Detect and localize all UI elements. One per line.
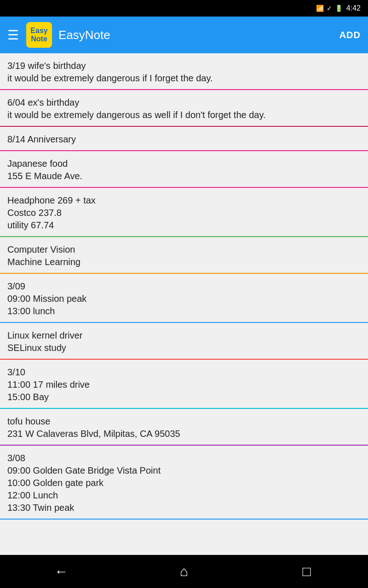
list-item[interactable]: 3/19 wife's birthday it would be extreme…	[0, 53, 368, 90]
back-button[interactable]: ←	[43, 560, 80, 583]
note-text: 8/14 Anniversary	[7, 133, 361, 146]
list-item[interactable]: Headphone 269 + tax Costco 237.8 utility…	[0, 188, 368, 237]
note-text: Computer Vision Machine Learning	[7, 243, 361, 268]
toolbar: ☰ EasyNote EasyNote ADD	[0, 17, 368, 53]
list-item[interactable]: Computer Vision Machine Learning	[0, 237, 368, 274]
list-item[interactable]: tofu house 231 W Calaveras Blvd, Milpita…	[0, 409, 368, 446]
note-text: tofu house 231 W Calaveras Blvd, Milpita…	[7, 415, 361, 440]
signal-icon: ✓	[327, 5, 332, 12]
note-text: 3/09 09:00 Mission peak 13:00 lunch	[7, 280, 361, 317]
note-text: Japanese food 155 E Maude Ave.	[7, 158, 361, 182]
menu-button[interactable]: ☰	[7, 28, 19, 43]
list-item[interactable]: 3/09 09:00 Mission peak 13:00 lunch	[0, 274, 368, 323]
list-item[interactable]: 3/08 09:00 Golden Gate Bridge Vista Poin…	[0, 446, 368, 520]
status-bar: 📶 ✓ 🔋 4:42	[0, 0, 368, 17]
notes-list: 3/19 wife's birthday it would be extreme…	[0, 53, 368, 555]
battery-icon: 🔋	[335, 5, 343, 12]
wifi-icon: 📶	[316, 5, 324, 12]
note-text: 3/08 09:00 Golden Gate Bridge Vista Poin…	[7, 452, 361, 514]
app-title: EasyNote	[58, 28, 339, 42]
status-time: 4:42	[346, 4, 361, 12]
logo-text: EasyNote	[30, 27, 47, 43]
list-item[interactable]: Japanese food 155 E Maude Ave.	[0, 151, 368, 188]
note-text: 3/10 11:00 17 miles drive 15:00 Bay	[7, 366, 361, 403]
recents-button[interactable]: □	[288, 560, 325, 583]
add-button[interactable]: ADD	[339, 30, 361, 40]
home-button[interactable]: ⌂	[166, 560, 202, 583]
list-item[interactable]: Linux kernel driver SELinux study	[0, 323, 368, 360]
nav-bar: ← ⌂ □	[0, 555, 368, 588]
list-item[interactable]: 8/14 Anniversary	[0, 127, 368, 151]
note-text: 3/19 wife's birthday it would be extreme…	[7, 60, 361, 85]
status-icons: 📶 ✓ 🔋	[316, 5, 343, 12]
app-logo: EasyNote	[26, 22, 52, 48]
list-item[interactable]: 6/04 ex's birthday it would be extremely…	[0, 90, 368, 127]
note-text: Linux kernel driver SELinux study	[7, 329, 361, 354]
list-item[interactable]: 3/10 11:00 17 miles drive 15:00 Bay	[0, 360, 368, 409]
note-text: Headphone 269 + tax Costco 237.8 utility…	[7, 194, 361, 232]
note-text: 6/04 ex's birthday it would be extremely…	[7, 96, 361, 121]
